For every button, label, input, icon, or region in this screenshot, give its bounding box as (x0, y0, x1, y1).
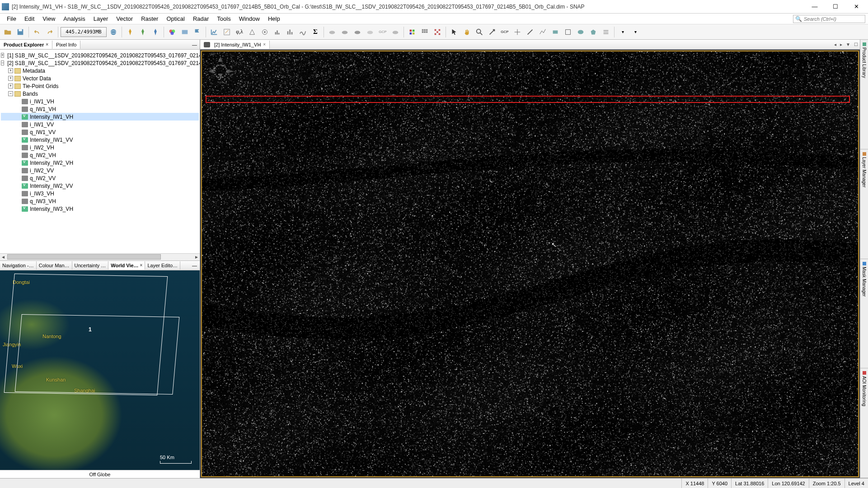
pin-icon[interactable] (124, 26, 136, 38)
close-icon[interactable]: × (263, 42, 266, 47)
layer-icon[interactable] (179, 26, 191, 38)
tree-node[interactable]: i_IW2_VV (1, 167, 199, 174)
tab-prev-icon[interactable]: ◂ (832, 42, 838, 47)
tree-toggle-icon[interactable]: + (8, 84, 13, 88)
menu-file[interactable]: File (3, 14, 20, 23)
menu-view[interactable]: View (38, 14, 59, 23)
tab-next-icon[interactable]: ▸ (838, 42, 844, 47)
cloud1-icon[interactable] (326, 26, 338, 38)
target-icon[interactable] (259, 26, 271, 38)
menu-edit[interactable]: Edit (20, 14, 38, 23)
tree-node[interactable]: +[1] S1B_IW_SLC__1SDV_20190822T095426_20… (1, 51, 199, 59)
tree-node[interactable]: i_IW2_VH (1, 144, 199, 151)
menu-radar[interactable]: Radar (189, 14, 213, 23)
cross-icon[interactable] (511, 26, 523, 38)
ellipse-icon[interactable] (575, 26, 586, 38)
line-icon[interactable] (524, 26, 536, 38)
polyline-icon[interactable] (537, 26, 549, 38)
tree-node[interactable]: Intensity_IW2_VH (1, 159, 199, 167)
tree-node[interactable]: i_IW3_VH (1, 190, 199, 197)
product-tree[interactable]: +[1] S1B_IW_SLC__1SDV_20190822T095426_20… (0, 50, 200, 253)
polygon-icon[interactable] (587, 26, 599, 38)
chart-icon[interactable] (208, 26, 220, 38)
tree-node[interactable]: Intensity_IW3_VH (1, 205, 199, 213)
rect2-icon[interactable] (562, 26, 574, 38)
menu-analysis[interactable]: Analysis (59, 14, 89, 23)
tree-scrollbar[interactable]: ◂ ▸ (0, 253, 200, 260)
zoom-icon[interactable] (474, 26, 485, 38)
tree-node[interactable]: −Bands (1, 90, 199, 98)
tree-node[interactable]: Intensity_IW2_VV (1, 182, 199, 190)
dropdown2-icon[interactable]: ▾ (629, 26, 641, 38)
menu-vector[interactable]: Vector (112, 14, 137, 23)
grid2-icon[interactable] (419, 26, 431, 38)
sidetab-product-library[interactable]: Product Library (860, 40, 868, 149)
maximize-button[interactable]: ☐ (829, 2, 842, 11)
tree-node[interactable]: q_IW1_VV (1, 128, 199, 136)
tree-node[interactable]: −[2] S1B_IW_SLC__1SDV_20190822T095426_20… (1, 59, 199, 67)
world-view[interactable]: DongtaiJiangyinNantongWuxiKunshanShangha… (0, 270, 200, 470)
tree-node[interactable]: +Metadata (1, 67, 199, 74)
redo-icon[interactable] (44, 26, 56, 38)
phi-lambda-icon[interactable]: φ,λ (234, 26, 245, 38)
tree-node[interactable]: q_IW1_VH (1, 105, 199, 113)
tree-node[interactable]: q_IW2_VH (1, 151, 199, 159)
tab-pixel-info[interactable]: Pixel Info (52, 41, 80, 49)
edit-chart-icon[interactable] (221, 26, 233, 38)
cloud5-icon[interactable]: GCP (377, 26, 389, 38)
tab-menu-icon[interactable]: ▼ (844, 42, 852, 47)
menu-help[interactable]: Help (264, 14, 284, 23)
tree-toggle-icon[interactable]: + (8, 76, 13, 81)
range-icon[interactable] (600, 26, 612, 38)
profile-icon[interactable] (297, 26, 309, 38)
close-icon[interactable]: × (140, 263, 143, 268)
tree-node[interactable]: +Tie-Point Grids (1, 82, 199, 90)
undo-icon[interactable] (31, 26, 43, 38)
add-icon[interactable] (486, 26, 498, 38)
scroll-left-icon[interactable]: ◂ (0, 254, 6, 260)
globe-icon[interactable] (108, 26, 119, 38)
tab-product-explorer[interactable]: Product Explorer× (0, 41, 52, 49)
scroll-right-icon[interactable]: ▸ (193, 254, 200, 260)
bottom-tab[interactable]: World Vie…× (108, 261, 145, 270)
flag-icon[interactable] (192, 26, 203, 38)
tree-node[interactable]: Intensity_IW1_VH (1, 113, 199, 121)
tree-node[interactable]: Intensity_IW1_VV (1, 136, 199, 144)
tab-intensity-view[interactable]: [2] Intensity_IW1_VH × (200, 41, 270, 49)
cloud2-icon[interactable] (339, 26, 351, 38)
pin-green-icon[interactable] (137, 26, 149, 38)
tree-node[interactable]: i_IW1_VV (1, 121, 199, 128)
pointer-icon[interactable] (448, 26, 460, 38)
tree-toggle-icon[interactable]: − (8, 91, 13, 96)
minimize-button[interactable]: — (808, 2, 821, 11)
bars-icon[interactable] (284, 26, 296, 38)
close-icon[interactable]: × (46, 42, 48, 47)
minimize-pane-icon[interactable]: — (189, 42, 200, 47)
scroll-thumb[interactable] (7, 254, 161, 260)
search-input[interactable] (804, 16, 863, 22)
grid1-icon[interactable] (406, 26, 418, 38)
search-box[interactable]: 🔍 (793, 15, 865, 23)
menu-layer[interactable]: Layer (89, 14, 113, 23)
tree-node[interactable]: q_IW3_VH (1, 197, 199, 205)
sigma-icon[interactable]: Σ (310, 26, 321, 38)
menu-optical[interactable]: Optical (162, 14, 188, 23)
tree-node[interactable]: +Vector Data (1, 74, 199, 82)
bottom-tab[interactable]: Uncertainty … (72, 261, 109, 270)
pin-blue-icon[interactable] (150, 26, 161, 38)
dropdown1-icon[interactable]: ▾ (617, 26, 629, 38)
cloud4-icon[interactable] (364, 26, 376, 38)
rgb-icon[interactable] (166, 26, 178, 38)
menu-raster[interactable]: Raster (137, 14, 162, 23)
cloud6-icon[interactable] (389, 26, 401, 38)
rect-icon[interactable] (549, 26, 561, 38)
close-button[interactable]: ✕ (850, 2, 863, 11)
grid3-icon[interactable] (432, 26, 443, 38)
save-icon[interactable] (14, 26, 26, 38)
bottom-tab[interactable]: Layer Edito… (145, 261, 180, 270)
tree-toggle-icon[interactable]: − (1, 60, 4, 65)
tab-max-icon[interactable]: ☐ (852, 42, 860, 47)
cloud3-icon[interactable] (352, 26, 363, 38)
triangle-icon[interactable] (246, 26, 258, 38)
minimize-pane-icon[interactable]: — (189, 263, 200, 268)
